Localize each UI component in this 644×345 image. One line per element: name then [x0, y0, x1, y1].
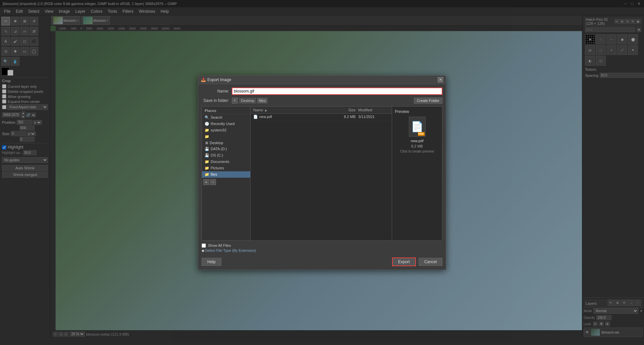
- place-os-label: OS (C:): [211, 153, 223, 157]
- cancel-button[interactable]: Cancel: [419, 258, 442, 266]
- place-empty[interactable]: 📁: [202, 133, 250, 140]
- place-pictures-label: Pictures: [211, 166, 224, 170]
- show-all-files-row: Show All Files: [202, 243, 442, 248]
- breadcrumb-files[interactable]: files: [257, 98, 267, 103]
- place-os-icon: 💾: [205, 153, 209, 158]
- place-files-label: files: [211, 172, 217, 176]
- file-modified-1: 3/11/2021: [358, 115, 375, 119]
- export-name-label: Name:: [202, 89, 232, 94]
- place-files-icon: 📁: [205, 172, 209, 177]
- modal-overlay: 📤 Export Image ✕ Name: Save in folder: <…: [0, 0, 644, 345]
- place-system32-label: system32: [211, 128, 226, 132]
- folder-nav: < Desktop files: [232, 98, 414, 104]
- place-add-button[interactable]: +: [203, 179, 209, 185]
- dialog-buttons: Help Export Cancel: [202, 256, 442, 266]
- place-pictures-icon: 📁: [205, 166, 209, 170]
- file-name-1: new.pdf: [259, 115, 272, 119]
- file-browser: Places 🔍 Search 🕐 Recently Used 📁 system…: [202, 106, 442, 241]
- preview-icon: 📄 PDF: [409, 117, 426, 137]
- folder-nav-back[interactable]: <: [232, 98, 238, 104]
- places-header: Places: [202, 108, 250, 114]
- place-documents[interactable]: 📁 Documents: [202, 159, 250, 165]
- files-col-size-header[interactable]: Size: [330, 107, 357, 113]
- file-col-modified-1: 3/11/2021: [357, 115, 390, 119]
- place-pictures[interactable]: 📁 Pictures: [202, 165, 250, 171]
- preview-size: 8.2 MB: [411, 144, 423, 148]
- export-button[interactable]: Export: [392, 257, 416, 266]
- export-dialog: 📤 Export Image ✕ Name: Save in folder: <…: [198, 75, 446, 270]
- sort-arrow: ▲: [264, 108, 267, 112]
- files-name-label: Name: [253, 108, 263, 112]
- show-all-files-label: Show All Files: [208, 243, 231, 247]
- place-desktop[interactable]: 🖥 Desktop: [202, 140, 250, 146]
- export-folder-label: Save in folder:: [202, 98, 232, 103]
- place-search-icon: 🔍: [205, 115, 209, 120]
- create-folder-button[interactable]: Create Folder: [414, 98, 442, 104]
- places-panel: Places 🔍 Search 🕐 Recently Used 📁 system…: [202, 107, 251, 240]
- export-title-text: Export Image: [207, 77, 231, 82]
- export-dialog-title: 📤 Export Image: [201, 77, 231, 82]
- place-desktop-label: Desktop: [210, 141, 223, 145]
- files-header: Name ▲ Size Modified: [251, 107, 392, 114]
- bottom-options: Show All Files ◆ Select File Type (By Ex…: [202, 243, 442, 253]
- place-documents-icon: 📁: [205, 160, 209, 164]
- export-folder-row: Save in folder: < Desktop files Create F…: [202, 98, 442, 104]
- place-data-label: DATA (D:): [211, 147, 227, 151]
- select-file-type-row: ◆ Select File Type (By Extension): [202, 248, 442, 253]
- preview-panel: Preview 📄 PDF new.pdf 8.2 MB Click to cr…: [392, 107, 442, 240]
- export-name-input[interactable]: [232, 88, 442, 95]
- place-system32[interactable]: 📁 system32: [202, 127, 250, 133]
- help-button[interactable]: Help: [202, 258, 221, 266]
- place-os[interactable]: 💾 OS (C:): [202, 152, 250, 159]
- preview-note[interactable]: Click to create preview: [400, 150, 434, 153]
- place-system32-icon: 📁: [205, 128, 209, 132]
- place-empty-icon: 📁: [205, 134, 209, 139]
- export-title-icon: 📤: [201, 77, 206, 82]
- files-modified-label: Modified: [358, 108, 372, 112]
- preview-file-icon: 📄: [411, 121, 423, 132]
- place-data[interactable]: 💾 DATA (D:): [202, 146, 250, 152]
- file-size-1: 8.2 MB: [344, 115, 356, 119]
- files-col-modified-header[interactable]: Modified: [357, 107, 390, 113]
- select-file-type-link[interactable]: Select File Type (By Extension): [205, 248, 256, 252]
- breadcrumb-desktop[interactable]: Desktop: [239, 98, 256, 103]
- places-add-remove: + −: [202, 178, 250, 186]
- preview-badge: PDF: [418, 132, 425, 136]
- files-size-label: Size: [348, 108, 356, 112]
- preview-title: Preview: [395, 109, 409, 114]
- place-recent-icon: 🕐: [205, 122, 209, 126]
- export-name-row: Name:: [202, 88, 442, 95]
- place-search[interactable]: 🔍 Search: [202, 114, 250, 121]
- place-files[interactable]: 📁 files: [202, 171, 250, 178]
- preview-filename: new.pdf: [411, 139, 424, 143]
- files-col-name-header[interactable]: Name ▲: [252, 107, 330, 113]
- place-remove-button[interactable]: −: [210, 179, 216, 185]
- place-recently-used[interactable]: 🕐 Recently Used: [202, 121, 250, 127]
- place-search-label: Search: [211, 115, 222, 119]
- export-close-button[interactable]: ✕: [438, 77, 443, 82]
- export-dialog-content: Name: Save in folder: < Desktop files Cr…: [198, 84, 446, 270]
- file-icon-1: 📄: [253, 115, 258, 119]
- files-panel: Name ▲ Size Modified 📄: [251, 107, 392, 240]
- select-file-type-bullet: ◆: [202, 248, 204, 253]
- show-all-files-checkbox[interactable]: [202, 243, 206, 248]
- file-row-1[interactable]: 📄 new.pdf 8.2 MB 3/11/2021: [251, 114, 392, 120]
- place-desktop-icon: 🖥: [205, 141, 208, 145]
- export-dialog-titlebar: 📤 Export Image ✕: [198, 76, 446, 84]
- file-col-name-1: 📄 new.pdf: [252, 115, 330, 119]
- place-documents-label: Documents: [211, 160, 229, 164]
- place-recent-label: Recently Used: [211, 122, 235, 126]
- place-data-icon: 💾: [205, 147, 209, 151]
- file-col-size-1: 8.2 MB: [330, 115, 357, 119]
